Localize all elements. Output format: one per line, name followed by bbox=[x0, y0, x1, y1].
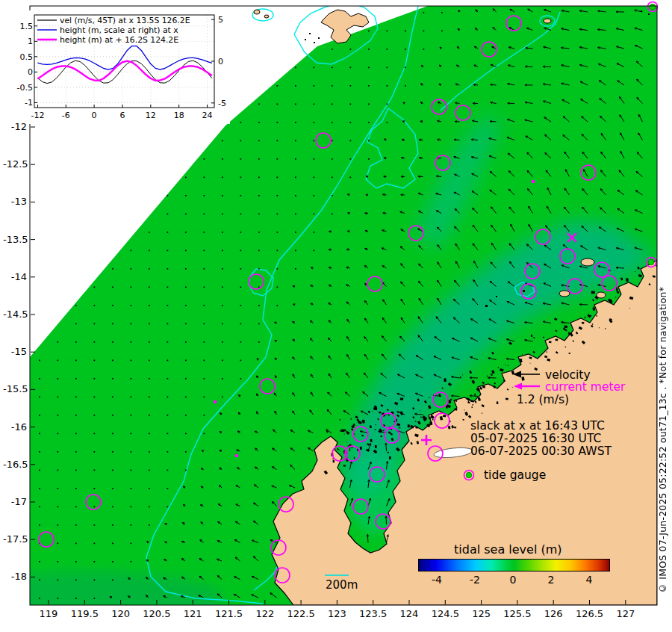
y-axis-tick-label: -16.5 bbox=[3, 459, 27, 470]
speed-scale-label: 1.2 (m/s) bbox=[517, 393, 569, 406]
islet bbox=[309, 33, 311, 34]
islet bbox=[626, 278, 629, 282]
x-axis-tick-label: 127 bbox=[609, 608, 642, 619]
x-axis-tick-label: 119 bbox=[32, 608, 65, 619]
current-meter-dot bbox=[532, 180, 535, 183]
y-axis-tick-label: -13 bbox=[3, 196, 27, 207]
x-axis-tick-label: 120.5 bbox=[140, 608, 173, 619]
x-axis-tick-label: 123.5 bbox=[357, 608, 390, 619]
colorbar-tick-label: 0 bbox=[498, 574, 528, 586]
current-meter-legend-label: current meter bbox=[545, 380, 625, 394]
islet bbox=[605, 328, 606, 329]
islet bbox=[370, 439, 373, 442]
islet bbox=[497, 401, 499, 404]
inset-y-left-tick-label: -0.5 bbox=[10, 83, 33, 93]
islet bbox=[354, 457, 355, 459]
y-axis-tick-label: -17 bbox=[3, 496, 27, 507]
islet bbox=[389, 456, 391, 459]
inset-y-left-tick-label: 1.5 bbox=[10, 22, 33, 31]
scalebar-label: 200m bbox=[326, 578, 358, 592]
islet bbox=[472, 404, 473, 406]
islet bbox=[635, 271, 635, 272]
figure-root: velocity current meter 1.2 (m/s) slack a… bbox=[0, 0, 672, 632]
tide-gauge-dot bbox=[466, 472, 472, 478]
inset-y-left-tick-label: 1 bbox=[10, 37, 33, 46]
map-canvas bbox=[0, 0, 672, 632]
islet bbox=[496, 296, 497, 297]
inset-y-left-tick-label: -1 bbox=[10, 98, 33, 108]
y-axis-tick-label: -17.5 bbox=[3, 533, 27, 545]
islet bbox=[360, 447, 362, 450]
x-axis-tick-label: 125.5 bbox=[501, 608, 534, 619]
x-axis-tick-label: 119.5 bbox=[68, 608, 101, 619]
current-meter-dot bbox=[214, 400, 217, 403]
x-axis-tick-label: 124.5 bbox=[429, 608, 461, 619]
colorbar-tick-label: 4 bbox=[574, 574, 604, 586]
y-axis-tick-label: -12 bbox=[3, 121, 27, 132]
colorbar-tick-label: -4 bbox=[422, 574, 452, 586]
colorbar bbox=[418, 559, 610, 571]
island bbox=[559, 291, 570, 297]
y-axis-tick-label: -16 bbox=[3, 421, 27, 433]
islet bbox=[549, 341, 552, 343]
islet bbox=[351, 418, 352, 420]
island bbox=[581, 258, 594, 266]
slack-time-line1: slack at x at 16:43 UTC bbox=[470, 419, 605, 433]
islet bbox=[470, 400, 473, 402]
inset-legend-vel: vel (m/s, 45T) at x 13.5S 126.2E bbox=[60, 16, 190, 25]
x-axis-tick-label: 122 bbox=[249, 608, 281, 619]
islet bbox=[471, 406, 472, 408]
islet bbox=[462, 374, 463, 375]
islet bbox=[362, 420, 364, 424]
x-axis-tick-label: 126.5 bbox=[573, 608, 606, 619]
islet bbox=[443, 415, 446, 417]
inset-x-tick-label: -12 bbox=[28, 111, 46, 120]
islet bbox=[448, 400, 451, 403]
y-axis-tick-label: -15 bbox=[3, 346, 27, 357]
islet bbox=[340, 430, 340, 432]
inset-y-left-tick-label: 0 bbox=[10, 67, 33, 77]
islet bbox=[408, 424, 410, 427]
islet bbox=[400, 397, 403, 400]
islet bbox=[460, 377, 461, 378]
inset-x-tick-label: 6 bbox=[113, 111, 131, 120]
islet bbox=[415, 427, 418, 429]
tide-gauge-dot bbox=[648, 259, 654, 265]
colorbar-tick-label: 2 bbox=[536, 574, 566, 586]
inset-legend-height-x: height (m, scale at right) at x bbox=[60, 25, 178, 35]
y-axis-tick-label: -15.5 bbox=[3, 383, 27, 394]
watermark-text: © IMOS 07-Jun-2025 05:22:52 out71_13c . … bbox=[657, 247, 668, 594]
islet bbox=[432, 413, 434, 414]
x-axis-tick-label: 125 bbox=[465, 608, 498, 619]
inset-y-right-tick-label: 0 bbox=[218, 57, 223, 66]
y-axis-tick-label: -18 bbox=[3, 571, 27, 582]
inset-y-left-tick-label: 0.5 bbox=[10, 52, 33, 62]
y-axis-tick-label: -13.5 bbox=[3, 234, 27, 245]
inset-x-tick-label: -6 bbox=[57, 111, 75, 120]
slack-time-line2: 05-07-2025 16:30 UTC bbox=[470, 432, 601, 445]
inset-x-tick-label: 0 bbox=[85, 111, 103, 120]
x-axis-tick-label: 120 bbox=[105, 608, 137, 619]
islet bbox=[375, 445, 377, 448]
inset-y-right-tick-label: -5 bbox=[218, 99, 226, 108]
islet bbox=[591, 291, 595, 294]
islet bbox=[464, 409, 464, 410]
islet bbox=[383, 430, 385, 432]
island bbox=[254, 10, 260, 14]
x-axis-tick-label: 126 bbox=[537, 608, 570, 619]
colorbar-title: tidal sea level (m) bbox=[454, 542, 561, 557]
tide-gauge-dot bbox=[650, 4, 656, 10]
slack-time-line3: 06-07-2025 00:30 AWST bbox=[470, 444, 612, 458]
island bbox=[264, 15, 269, 18]
islet bbox=[343, 465, 346, 467]
inset-x-tick-label: 12 bbox=[142, 111, 160, 120]
y-axis-tick-label: -12.5 bbox=[3, 158, 27, 170]
x-axis-tick-label: 121.5 bbox=[213, 608, 246, 619]
islet bbox=[314, 42, 315, 43]
islet bbox=[523, 290, 525, 292]
x-axis-tick-label: 121 bbox=[176, 608, 209, 619]
island bbox=[597, 292, 606, 298]
y-axis-tick-label: -14.5 bbox=[3, 309, 27, 320]
islet bbox=[333, 460, 335, 462]
islet bbox=[648, 13, 650, 15]
